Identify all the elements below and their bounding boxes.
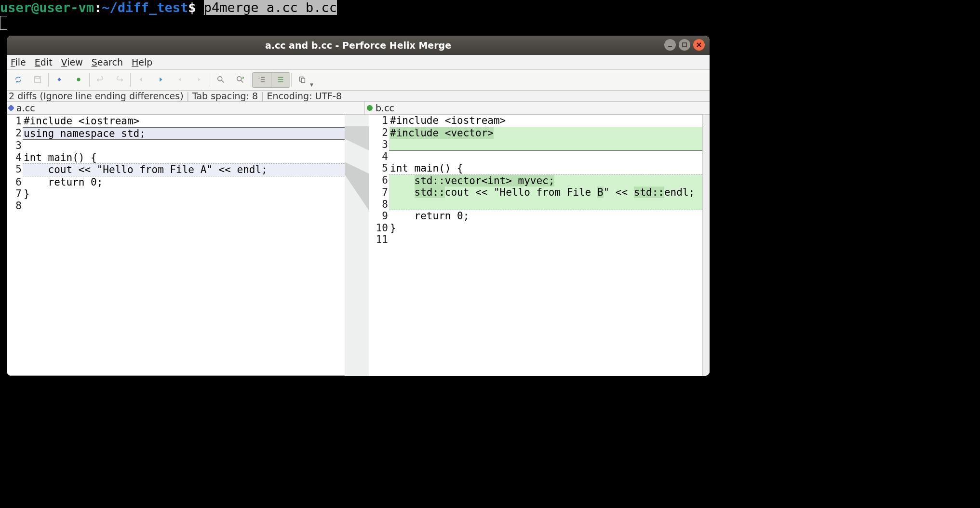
- prev-diff-button[interactable]: [170, 72, 189, 88]
- redo-icon: [115, 75, 124, 85]
- show-inline-diffs-button[interactable]: [271, 73, 290, 87]
- svg-rect-5: [36, 76, 39, 79]
- code-line[interactable]: 3: [369, 139, 710, 151]
- svg-rect-6: [57, 78, 61, 81]
- refresh-button[interactable]: [9, 72, 28, 88]
- undo-icon: [96, 75, 105, 85]
- arrow-right-icon: [156, 75, 165, 85]
- toolbar-separator: [89, 73, 90, 87]
- line-text: [389, 199, 710, 211]
- code-line[interactable]: 4: [369, 151, 710, 163]
- arrow-right-small-icon: [195, 75, 203, 85]
- circle-right-icon: [74, 75, 83, 85]
- diff-panes: 1#include <iostream>2using namespace std…: [7, 115, 710, 376]
- code-line[interactable]: 7}: [7, 188, 345, 200]
- next-diff-button[interactable]: [189, 72, 209, 88]
- refresh-icon: [14, 75, 23, 85]
- line-text: [389, 151, 710, 163]
- diff-gutter: [345, 115, 369, 376]
- show-line-numbers-button[interactable]: 1: [253, 73, 271, 87]
- line-number: 6: [369, 174, 389, 187]
- next-diff-file-button[interactable]: [69, 72, 88, 88]
- line-number-toggle-group: 1: [252, 72, 290, 88]
- line-number: 5: [369, 162, 389, 174]
- line-number: 11: [369, 234, 389, 246]
- menu-edit[interactable]: Edit: [35, 57, 53, 67]
- code-line[interactable]: 10}: [369, 222, 710, 234]
- line-text: [389, 234, 710, 246]
- svg-rect-20: [301, 78, 305, 82]
- toolbar: 1 ▼: [7, 70, 710, 91]
- code-line[interactable]: 6 return 0;: [7, 176, 345, 188]
- code-line[interactable]: 4int main() {: [7, 152, 345, 164]
- line-text: [23, 200, 345, 212]
- right-file-label: b.cc: [364, 102, 710, 114]
- line-number: 2: [7, 127, 23, 140]
- code-line[interactable]: 3: [7, 140, 345, 152]
- save-button[interactable]: [28, 72, 47, 88]
- line-number: 8: [369, 199, 389, 211]
- line-number: 4: [369, 151, 389, 163]
- menu-search[interactable]: Search: [92, 57, 123, 67]
- line-text: return 0;: [389, 210, 710, 222]
- toolbar-separator: [130, 73, 131, 87]
- p4merge-window: a.cc and b.cc - Perforce Helix Merge Fil…: [7, 36, 710, 376]
- left-file-label: a.cc: [7, 102, 364, 114]
- svg-rect-1: [683, 43, 686, 47]
- code-line[interactable]: 2#include <vector>: [369, 127, 710, 139]
- code-line[interactable]: 1#include <iostream>: [7, 115, 345, 127]
- window-maximize-button[interactable]: [679, 39, 690, 51]
- svg-line-9: [222, 80, 224, 82]
- code-line[interactable]: 1#include <iostream>: [369, 115, 710, 127]
- left-pane[interactable]: 1#include <iostream>2using namespace std…: [7, 115, 345, 376]
- right-pane[interactable]: 1#include <iostream>2#include <vector>34…: [369, 115, 710, 376]
- circle-green-icon: [367, 105, 373, 111]
- code-line[interactable]: 9 return 0;: [369, 210, 710, 222]
- terminal[interactable]: user@user-vm:~/diff_test$ p4merge a.cc b…: [0, 0, 980, 36]
- code-line[interactable]: 2using namespace std;: [7, 127, 345, 140]
- line-text: [23, 140, 345, 152]
- vertical-scrollbar[interactable]: [702, 115, 710, 376]
- line-number: 2: [369, 127, 389, 139]
- svg-point-10: [237, 76, 242, 80]
- menu-help[interactable]: Help: [132, 57, 152, 67]
- code-line[interactable]: 7 std::cout << "Hello from File B" << st…: [369, 187, 710, 199]
- next-conflict-button[interactable]: [151, 72, 170, 88]
- line-text: [389, 139, 710, 151]
- code-line[interactable]: 11: [369, 234, 710, 246]
- find-next-button[interactable]: [230, 72, 250, 88]
- line-number: 1: [369, 115, 389, 127]
- window-close-button[interactable]: [693, 39, 705, 51]
- toolbar-separator: [291, 73, 292, 87]
- menu-view[interactable]: View: [61, 57, 83, 67]
- diamond-blue-icon: [8, 105, 14, 111]
- code-line[interactable]: 5 cout << "Hello from File A" << endl;: [7, 163, 345, 176]
- code-line[interactable]: 5int main() {: [369, 162, 710, 174]
- line-number: 3: [7, 140, 23, 152]
- window-titlebar[interactable]: a.cc and b.cc - Perforce Helix Merge: [7, 36, 710, 55]
- prev-diff-file-button[interactable]: [50, 72, 69, 88]
- line-number: 6: [7, 176, 23, 188]
- prev-conflict-button[interactable]: [132, 72, 151, 88]
- terminal-command: p4merge a.cc b.cc: [204, 0, 337, 15]
- code-line[interactable]: 8: [369, 199, 710, 211]
- redo-button[interactable]: [110, 72, 129, 88]
- code-line[interactable]: 6 std::vector<int> myvec;: [369, 174, 710, 187]
- status-diffs: 2 diffs (Ignore line ending differences): [9, 91, 184, 101]
- line-text: std::vector<int> myvec;: [389, 174, 710, 187]
- line-text: int main() {: [23, 152, 345, 164]
- find-button[interactable]: [211, 72, 230, 88]
- copy-button[interactable]: [293, 72, 312, 88]
- line-text: std::cout << "Hello from File B" << std:…: [389, 187, 710, 199]
- code-line[interactable]: 8: [7, 200, 345, 212]
- menu-file[interactable]: File: [11, 57, 26, 67]
- status-encoding: Encoding: UTF-8: [267, 91, 342, 101]
- svg-point-7: [77, 78, 80, 81]
- window-minimize-button[interactable]: [664, 39, 676, 51]
- toolbar-separator: [251, 73, 251, 87]
- copy-icon: [298, 75, 307, 85]
- line-text: return 0;: [23, 176, 345, 188]
- terminal-prompt-dollar: $: [188, 0, 196, 15]
- undo-button[interactable]: [91, 72, 110, 88]
- line-number: 5: [7, 163, 23, 176]
